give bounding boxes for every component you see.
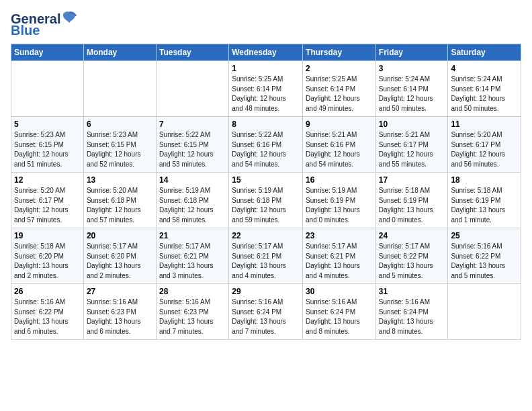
calendar-cell: 12Sunrise: 5:20 AM Sunset: 6:17 PM Dayli… <box>11 173 84 228</box>
calendar-table: SundayMondayTuesdayWednesdayThursdayFrid… <box>11 44 521 340</box>
day-number: 24 <box>379 231 445 240</box>
calendar-cell: 15Sunrise: 5:19 AM Sunset: 6:18 PM Dayli… <box>229 173 303 228</box>
calendar-cell: 1Sunrise: 5:25 AM Sunset: 6:14 PM Daylig… <box>229 61 303 117</box>
day-number: 4 <box>451 64 518 73</box>
calendar-cell: 9Sunrise: 5:21 AM Sunset: 6:16 PM Daylig… <box>303 117 376 173</box>
day-number: 17 <box>379 175 445 185</box>
calendar-header-row: SundayMondayTuesdayWednesdayThursdayFrid… <box>11 44 521 61</box>
day-number: 1 <box>232 64 300 73</box>
calendar-cell <box>83 61 156 117</box>
day-info: Sunrise: 5:16 AM Sunset: 6:24 PM Dayligh… <box>379 298 445 336</box>
day-info: Sunrise: 5:16 AM Sunset: 6:23 PM Dayligh… <box>87 298 153 336</box>
day-number: 21 <box>159 231 226 240</box>
day-number: 14 <box>159 175 226 185</box>
day-info: Sunrise: 5:25 AM Sunset: 6:14 PM Dayligh… <box>232 75 300 113</box>
day-number: 13 <box>87 175 153 185</box>
column-header-friday: Friday <box>375 44 448 61</box>
calendar-week-row: 5Sunrise: 5:23 AM Sunset: 6:15 PM Daylig… <box>11 117 521 173</box>
day-number: 9 <box>306 120 373 129</box>
calendar-cell: 24Sunrise: 5:17 AM Sunset: 6:22 PM Dayli… <box>375 228 448 284</box>
day-number: 28 <box>159 287 226 296</box>
day-info: Sunrise: 5:18 AM Sunset: 6:19 PM Dayligh… <box>379 186 445 225</box>
day-number: 7 <box>159 120 226 129</box>
day-number: 19 <box>14 231 81 240</box>
day-info: Sunrise: 5:22 AM Sunset: 6:15 PM Dayligh… <box>159 130 226 169</box>
day-info: Sunrise: 5:24 AM Sunset: 6:14 PM Dayligh… <box>451 75 518 113</box>
calendar-cell: 6Sunrise: 5:23 AM Sunset: 6:15 PM Daylig… <box>83 117 156 173</box>
day-number: 31 <box>379 287 445 296</box>
day-info: Sunrise: 5:20 AM Sunset: 6:17 PM Dayligh… <box>14 186 81 225</box>
calendar-cell: 29Sunrise: 5:16 AM Sunset: 6:24 PM Dayli… <box>229 284 303 340</box>
calendar-cell: 2Sunrise: 5:25 AM Sunset: 6:14 PM Daylig… <box>303 61 376 117</box>
day-info: Sunrise: 5:17 AM Sunset: 6:21 PM Dayligh… <box>306 242 373 281</box>
day-info: Sunrise: 5:18 AM Sunset: 6:20 PM Dayligh… <box>14 242 81 281</box>
calendar-week-row: 12Sunrise: 5:20 AM Sunset: 6:17 PM Dayli… <box>11 173 521 228</box>
day-info: Sunrise: 5:23 AM Sunset: 6:15 PM Dayligh… <box>87 130 153 169</box>
calendar-cell: 27Sunrise: 5:16 AM Sunset: 6:23 PM Dayli… <box>83 284 156 340</box>
calendar-cell: 10Sunrise: 5:21 AM Sunset: 6:17 PM Dayli… <box>375 117 448 173</box>
column-header-tuesday: Tuesday <box>156 44 228 61</box>
calendar-cell <box>156 61 228 117</box>
day-number: 26 <box>14 287 81 296</box>
calendar-cell: 25Sunrise: 5:16 AM Sunset: 6:22 PM Dayli… <box>448 228 521 284</box>
calendar-cell: 30Sunrise: 5:16 AM Sunset: 6:24 PM Dayli… <box>303 284 376 340</box>
day-info: Sunrise: 5:22 AM Sunset: 6:16 PM Dayligh… <box>232 130 300 169</box>
column-header-monday: Monday <box>83 44 156 61</box>
column-header-wednesday: Wednesday <box>229 44 303 61</box>
calendar-cell: 17Sunrise: 5:18 AM Sunset: 6:19 PM Dayli… <box>375 173 448 228</box>
calendar-cell: 7Sunrise: 5:22 AM Sunset: 6:15 PM Daylig… <box>156 117 228 173</box>
calendar-cell: 21Sunrise: 5:17 AM Sunset: 6:21 PM Dayli… <box>156 228 228 284</box>
day-info: Sunrise: 5:18 AM Sunset: 6:19 PM Dayligh… <box>451 186 518 225</box>
day-number: 5 <box>14 120 81 129</box>
day-number: 27 <box>87 287 153 296</box>
calendar-week-row: 26Sunrise: 5:16 AM Sunset: 6:22 PM Dayli… <box>11 284 521 340</box>
day-number: 11 <box>451 120 518 129</box>
day-info: Sunrise: 5:17 AM Sunset: 6:20 PM Dayligh… <box>87 242 153 281</box>
day-info: Sunrise: 5:23 AM Sunset: 6:15 PM Dayligh… <box>14 130 81 169</box>
day-number: 22 <box>232 231 300 240</box>
column-header-thursday: Thursday <box>303 44 376 61</box>
day-info: Sunrise: 5:17 AM Sunset: 6:21 PM Dayligh… <box>159 242 226 281</box>
day-number: 15 <box>232 175 300 185</box>
day-info: Sunrise: 5:19 AM Sunset: 6:18 PM Dayligh… <box>159 186 226 225</box>
day-number: 23 <box>306 231 373 240</box>
calendar-cell: 22Sunrise: 5:17 AM Sunset: 6:21 PM Dayli… <box>229 228 303 284</box>
calendar-cell: 28Sunrise: 5:16 AM Sunset: 6:23 PM Dayli… <box>156 284 228 340</box>
day-number: 18 <box>451 175 518 185</box>
day-info: Sunrise: 5:17 AM Sunset: 6:21 PM Dayligh… <box>232 242 300 281</box>
day-info: Sunrise: 5:20 AM Sunset: 6:17 PM Dayligh… <box>451 130 518 169</box>
calendar-cell: 8Sunrise: 5:22 AM Sunset: 6:16 PM Daylig… <box>229 117 303 173</box>
day-number: 16 <box>306 175 373 185</box>
day-info: Sunrise: 5:16 AM Sunset: 6:22 PM Dayligh… <box>14 298 81 336</box>
day-number: 10 <box>379 120 445 129</box>
calendar-cell: 16Sunrise: 5:19 AM Sunset: 6:19 PM Dayli… <box>303 173 376 228</box>
day-info: Sunrise: 5:24 AM Sunset: 6:14 PM Dayligh… <box>379 75 445 113</box>
calendar-week-row: 1Sunrise: 5:25 AM Sunset: 6:14 PM Daylig… <box>11 61 521 117</box>
logo-bird-icon <box>62 11 77 27</box>
calendar-cell: 4Sunrise: 5:24 AM Sunset: 6:14 PM Daylig… <box>448 61 521 117</box>
day-number: 30 <box>306 287 373 296</box>
calendar-cell: 18Sunrise: 5:18 AM Sunset: 6:19 PM Dayli… <box>448 173 521 228</box>
calendar-cell: 31Sunrise: 5:16 AM Sunset: 6:24 PM Dayli… <box>375 284 448 340</box>
calendar-cell: 5Sunrise: 5:23 AM Sunset: 6:15 PM Daylig… <box>11 117 84 173</box>
day-info: Sunrise: 5:21 AM Sunset: 6:16 PM Dayligh… <box>306 130 373 169</box>
day-info: Sunrise: 5:16 AM Sunset: 6:23 PM Dayligh… <box>159 298 226 336</box>
calendar-cell: 14Sunrise: 5:19 AM Sunset: 6:18 PM Dayli… <box>156 173 228 228</box>
day-number: 20 <box>87 231 153 240</box>
logo-text-blue: Blue <box>11 23 40 38</box>
day-number: 2 <box>306 64 373 73</box>
day-info: Sunrise: 5:16 AM Sunset: 6:22 PM Dayligh… <box>451 242 518 281</box>
day-number: 25 <box>451 231 518 240</box>
day-info: Sunrise: 5:17 AM Sunset: 6:22 PM Dayligh… <box>379 242 445 281</box>
column-header-saturday: Saturday <box>448 44 521 61</box>
day-info: Sunrise: 5:19 AM Sunset: 6:18 PM Dayligh… <box>232 186 300 225</box>
day-number: 12 <box>14 175 81 185</box>
calendar-cell: 11Sunrise: 5:20 AM Sunset: 6:17 PM Dayli… <box>448 117 521 173</box>
calendar-cell: 13Sunrise: 5:20 AM Sunset: 6:18 PM Dayli… <box>83 173 156 228</box>
calendar-cell <box>11 61 84 117</box>
day-info: Sunrise: 5:19 AM Sunset: 6:19 PM Dayligh… <box>306 186 373 225</box>
calendar-cell: 26Sunrise: 5:16 AM Sunset: 6:22 PM Dayli… <box>11 284 84 340</box>
day-info: Sunrise: 5:20 AM Sunset: 6:18 PM Dayligh… <box>87 186 153 225</box>
day-number: 6 <box>87 120 153 129</box>
calendar-cell: 20Sunrise: 5:17 AM Sunset: 6:20 PM Dayli… <box>83 228 156 284</box>
